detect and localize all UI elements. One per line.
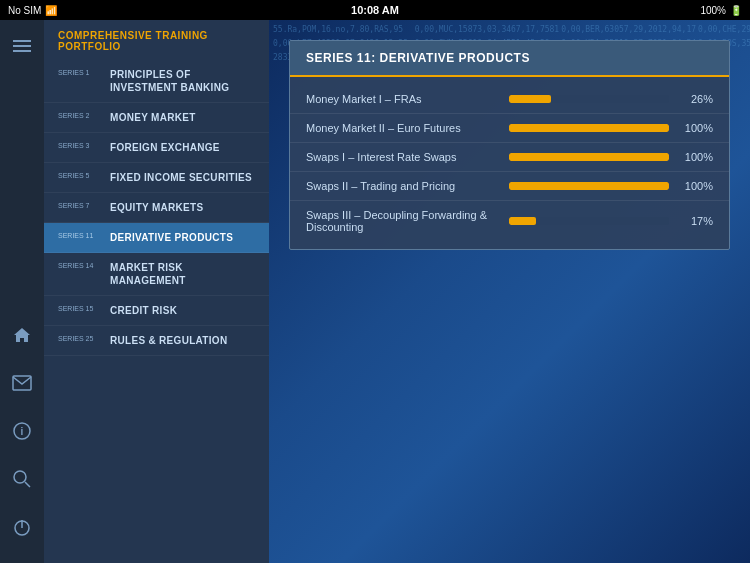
icon-bar: i [0, 20, 44, 563]
progress-bar-container [509, 153, 669, 161]
course-row[interactable]: Swaps I – Interest Rate Swaps 100% [290, 143, 729, 172]
info-button[interactable]: i [6, 415, 38, 447]
series-panel: SERIES 11: DERIVATIVE PRODUCTS Money Mar… [289, 40, 730, 250]
series-label: SERIES 11 [58, 231, 102, 239]
course-name: Swaps II – Trading and Pricing [306, 180, 497, 192]
progress-percentage: 26% [681, 93, 713, 105]
svg-text:i: i [21, 426, 24, 437]
progress-bar-fill [509, 95, 551, 103]
series-label: SERIES 25 [58, 334, 102, 342]
course-row[interactable]: Swaps III – Decoupling Forwarding & Disc… [290, 201, 729, 241]
progress-percentage: 100% [681, 122, 713, 134]
sidebar-item-series-14[interactable]: SERIES 14 MARKET RISK MANAGEMENT [44, 253, 269, 296]
progress-bar-fill [509, 124, 669, 132]
search-button[interactable] [6, 463, 38, 495]
no-sim-label: No SIM [8, 5, 41, 16]
panel-body: Money Market I – FRAs 26% Money Market I… [290, 77, 729, 249]
status-left: No SIM 📶 [8, 5, 57, 16]
series-label: SERIES 14 [58, 261, 102, 269]
sidebar-item-series-5[interactable]: SERIES 5 FIXED INCOME SECURITIES [44, 163, 269, 193]
progress-bar-fill [509, 182, 669, 190]
panel-title: SERIES 11: DERIVATIVE PRODUCTS [290, 41, 729, 77]
progress-bar-container [509, 182, 669, 190]
menu-button[interactable] [6, 30, 38, 62]
series-label: SERIES 7 [58, 201, 102, 209]
series-label: SERIES 15 [58, 304, 102, 312]
sidebar-item-series-7[interactable]: SERIES 7 EQUITY MARKETS [44, 193, 269, 223]
course-name: Swaps I – Interest Rate Swaps [306, 151, 497, 163]
home-icon [12, 325, 32, 345]
series-title: PRINCIPLES OF INVESTMENT BANKING [110, 68, 255, 94]
status-right: 100% 🔋 [700, 5, 742, 16]
wifi-icon: 📶 [45, 5, 57, 16]
stock-row: 0,00,CHE,29518,30,2194,71,31 [698, 24, 750, 36]
series-title: EQUITY MARKETS [110, 201, 203, 214]
course-row[interactable]: Money Market I – FRAs 26% [290, 85, 729, 114]
mail-icon [12, 375, 32, 391]
sidebar-header: COMPREHENSIVE TRAINING PORTFOLIO [44, 20, 269, 60]
svg-point-3 [14, 471, 26, 483]
battery-icon: 🔋 [730, 5, 742, 16]
hamburger-icon [13, 40, 31, 52]
series-label: SERIES 3 [58, 141, 102, 149]
series-title: FIXED INCOME SECURITIES [110, 171, 252, 184]
course-name: Money Market II – Euro Futures [306, 122, 497, 134]
series-label: SERIES 1 [58, 68, 102, 76]
progress-percentage: 100% [681, 151, 713, 163]
power-button[interactable] [6, 511, 38, 543]
series-title: CREDIT RISK [110, 304, 177, 317]
search-icon [12, 469, 32, 489]
power-icon [12, 517, 32, 537]
progress-bar-container [509, 217, 669, 225]
info-icon: i [12, 421, 32, 441]
course-name: Swaps III – Decoupling Forwarding & Disc… [306, 209, 497, 233]
series-title: RULES & REGULATION [110, 334, 227, 347]
series-label: SERIES 2 [58, 111, 102, 119]
status-time: 10:08 AM [351, 4, 399, 16]
course-row[interactable]: Swaps II – Trading and Pricing 100% [290, 172, 729, 201]
svg-rect-0 [13, 376, 31, 390]
stock-row: 0,00,BER,63057,29,2012,94,17 [561, 24, 696, 36]
series-title: FOREIGN EXCHANGE [110, 141, 220, 154]
status-bar: No SIM 📶 10:08 AM 100% 🔋 [0, 0, 750, 20]
sidebar-item-series-2[interactable]: SERIES 2 MONEY MARKET [44, 103, 269, 133]
series-title: MONEY MARKET [110, 111, 196, 124]
home-button[interactable] [6, 319, 38, 351]
mail-button[interactable] [6, 367, 38, 399]
stock-row: 0,00,MUC,15873,03,3467,17,7581 [415, 24, 560, 36]
stock-row: 55.Ra,POM,16.no,7.80,RAS,95 [273, 24, 413, 36]
progress-bar-container [509, 95, 669, 103]
progress-percentage: 100% [681, 180, 713, 192]
progress-bar-fill [509, 217, 536, 225]
sidebar-item-series-15[interactable]: SERIES 15 CREDIT RISK [44, 296, 269, 326]
sidebar-item-series-1[interactable]: SERIES 1 PRINCIPLES OF INVESTMENT BANKIN… [44, 60, 269, 103]
course-name: Money Market I – FRAs [306, 93, 497, 105]
course-row[interactable]: Money Market II – Euro Futures 100% [290, 114, 729, 143]
sidebar-item-series-3[interactable]: SERIES 3 FOREIGN EXCHANGE [44, 133, 269, 163]
progress-bar-fill [509, 153, 669, 161]
battery-label: 100% [700, 5, 726, 16]
svg-line-4 [25, 482, 30, 487]
main-content: 55.Ra,POM,16.no,7.80,RAS,950,00,MUC,1587… [269, 20, 750, 563]
sidebar-item-series-25[interactable]: SERIES 25 RULES & REGULATION [44, 326, 269, 356]
sidebar: COMPREHENSIVE TRAINING PORTFOLIO SERIES … [44, 20, 269, 563]
series-label: SERIES 5 [58, 171, 102, 179]
progress-percentage: 17% [681, 215, 713, 227]
progress-bar-container [509, 124, 669, 132]
sidebar-item-series-11[interactable]: SERIES 11 DERIVATIVE PRODUCTS [44, 223, 269, 253]
series-title: MARKET RISK MANAGEMENT [110, 261, 255, 287]
series-title: DERIVATIVE PRODUCTS [110, 231, 233, 244]
